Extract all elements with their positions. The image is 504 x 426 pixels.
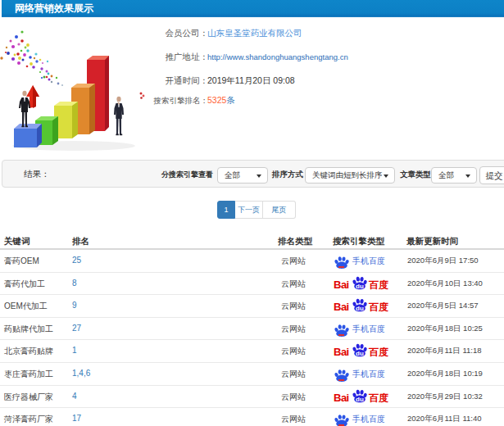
svg-text:du: du: [356, 283, 364, 290]
svg-text:du: du: [356, 396, 364, 403]
svg-text:du: du: [356, 350, 364, 357]
svg-text:du: du: [356, 305, 364, 312]
